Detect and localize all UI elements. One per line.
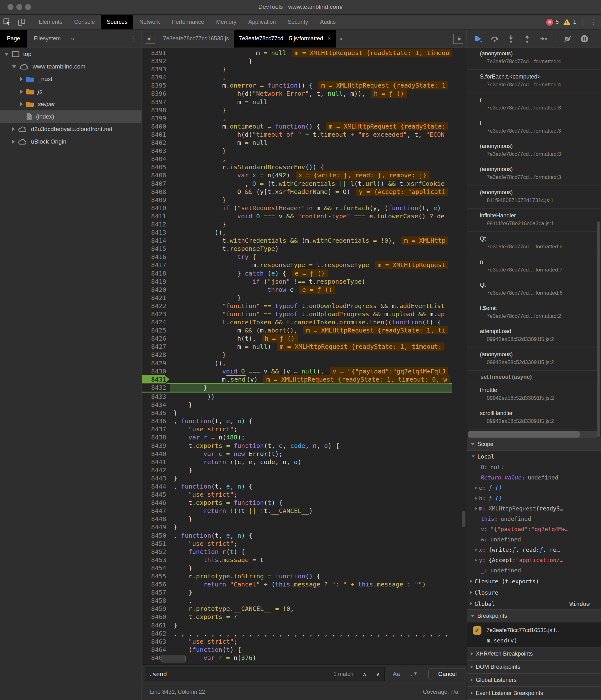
code-line-8448[interactable]: 8448} bbox=[142, 515, 452, 523]
line-number[interactable]: 8407 bbox=[142, 179, 170, 188]
navigator-menu-icon[interactable]: ⋮ bbox=[129, 30, 142, 48]
scope-variable-v[interactable]: v:"{"payload":"gq7elq4M+… bbox=[467, 524, 601, 534]
editor-tab[interactable]: 7e3eafe78cc77cd16535.js bbox=[158, 30, 234, 48]
tab-sources[interactable]: Sources bbox=[101, 15, 133, 29]
match-case-toggle[interactable]: Aa bbox=[393, 671, 400, 677]
call-stack-frame[interactable]: r7e3eafe78cc77cd…formatted:3 bbox=[467, 93, 601, 116]
scope-variable-w[interactable]: w:undefined bbox=[467, 534, 601, 545]
line-number[interactable]: 8416 bbox=[142, 253, 170, 261]
expander-icon[interactable] bbox=[471, 678, 473, 681]
call-stack-frame[interactable]: infiniteHandler991df2e678e216e0a3ca.js:1 bbox=[467, 209, 601, 232]
code-line-8411[interactable]: 8411void 0 === v && "content-type" === e… bbox=[142, 212, 452, 220]
tab-security[interactable]: Security bbox=[282, 15, 314, 29]
breakpoint-entry[interactable]: ✓7e3eafe78cc77cd16535.js:f…m.send(v) bbox=[467, 622, 601, 647]
call-stack-frame[interactable]: attemptLoad09942ea58c52d33091f5.js:2 bbox=[467, 324, 601, 348]
scroll-tabs-left-icon[interactable]: ◀▏ bbox=[145, 34, 155, 44]
scope-variable-m[interactable]: m:XMLHttpRequest {readyS… bbox=[467, 503, 601, 514]
section-xhr-fetch-breakpoints[interactable]: XHR/fetch Breakpoints bbox=[467, 647, 601, 660]
execution-line-badge[interactable]: 8431 bbox=[142, 375, 170, 383]
code-line-8396[interactable]: 8396h(d("Network Error", t, null, m)),h … bbox=[142, 90, 452, 98]
editor-horizontal-scrollbar[interactable] bbox=[161, 655, 186, 662]
line-number[interactable]: 8405 bbox=[142, 163, 170, 171]
code-line-8412[interactable]: 8412} bbox=[142, 220, 452, 228]
call-stack-frame[interactable]: l7e3eafe78cc77cd…formatted:3 bbox=[467, 116, 601, 139]
line-number[interactable]: 8449 bbox=[142, 523, 170, 531]
line-number[interactable]: 8415 bbox=[142, 245, 170, 253]
line-number[interactable]: 8411 bbox=[142, 212, 170, 220]
scope-closure[interactable]: Closure (t.exports) bbox=[467, 576, 601, 587]
code-line-8422[interactable]: 8422"function" == typeof t.onDownloadPro… bbox=[142, 302, 452, 310]
line-number[interactable]: 8436 bbox=[142, 417, 170, 425]
line-number[interactable]: 8443 bbox=[142, 474, 170, 482]
line-number[interactable]: 8460 bbox=[142, 613, 170, 621]
code-line-8447[interactable]: 8447return !(!t || !t.__CANCEL__) bbox=[142, 507, 452, 515]
line-number[interactable]: 8417 bbox=[142, 261, 170, 269]
scope-section-header[interactable]: Scope bbox=[467, 438, 601, 451]
step-over-button[interactable] bbox=[490, 35, 499, 43]
code-line-8462[interactable]: 8462, , , , , , , , , , , , , , , , , , … bbox=[142, 629, 452, 638]
scope-global[interactable]: GlobalWindow bbox=[467, 598, 601, 609]
line-number[interactable]: 8422 bbox=[142, 302, 170, 310]
line-number[interactable]: 8425 bbox=[142, 326, 170, 334]
pause-on-exceptions-button[interactable] bbox=[580, 35, 588, 43]
editor-more-tabs[interactable]: » bbox=[336, 35, 345, 42]
call-stack-frame[interactable]: S.forEach.t.<computed>7e3eafe78cc77cd…fo… bbox=[467, 70, 601, 93]
expander-icon[interactable] bbox=[476, 559, 477, 561]
step-out-button[interactable] bbox=[523, 35, 531, 43]
line-number[interactable]: 8409 bbox=[142, 196, 170, 204]
code-line-8427[interactable]: 8427m = null)m = XMLHttpRequest {readySt… bbox=[142, 343, 452, 351]
line-number[interactable]: 8463 bbox=[142, 638, 170, 646]
code-line-8437[interactable]: 8437"use strict"; bbox=[142, 425, 452, 433]
line-number[interactable]: 8419 bbox=[142, 277, 170, 285]
call-stack-frame[interactable]: Qt7e3eafe78cc77cd…:formatted:6 bbox=[467, 278, 601, 301]
expander-icon[interactable] bbox=[471, 665, 473, 668]
scope-local-header[interactable]: Local bbox=[467, 451, 601, 462]
code-line-8416[interactable]: 8416try { bbox=[142, 253, 452, 261]
line-number[interactable]: 8450 bbox=[142, 531, 170, 540]
line-number[interactable]: 8435 bbox=[142, 409, 170, 417]
section-global-listeners[interactable]: Global Listeners bbox=[467, 673, 601, 686]
search-query[interactable]: .send bbox=[145, 671, 333, 677]
tab-network[interactable]: Network bbox=[133, 15, 166, 29]
line-number[interactable]: 8403 bbox=[142, 147, 170, 155]
code-line-8449[interactable]: 8449} bbox=[142, 523, 452, 531]
tree-item--index-[interactable]: (index) bbox=[0, 110, 142, 123]
code-line-8403[interactable]: 8403} bbox=[142, 147, 452, 155]
code-line-8446[interactable]: 8446t.exports = function(t) { bbox=[142, 499, 452, 507]
line-number[interactable]: 8404 bbox=[142, 155, 170, 163]
code-line-8425[interactable]: 8425m && (m.abort(),m = XMLHttpRequest {… bbox=[142, 326, 452, 334]
sidebar-vertical-scrollbar[interactable] bbox=[597, 221, 600, 437]
code-line-8433[interactable]: 8433)) bbox=[142, 393, 452, 401]
section-dom-breakpoints[interactable]: DOM Breakpoints bbox=[467, 660, 601, 673]
code-line-8445[interactable]: 8445"use strict"; bbox=[142, 491, 452, 499]
tree-item-ublock-origin[interactable]: uBlock Origin bbox=[0, 135, 142, 148]
search-next-button[interactable]: ∨ bbox=[371, 667, 384, 681]
line-number[interactable]: 8394 bbox=[142, 73, 170, 81]
tree-item-swiper[interactable]: swiper bbox=[0, 98, 142, 110]
line-number[interactable]: 8421 bbox=[142, 294, 170, 302]
tab-memory[interactable]: Memory bbox=[210, 15, 242, 29]
line-number[interactable]: 8398 bbox=[142, 106, 170, 114]
line-number[interactable]: 8402 bbox=[142, 139, 170, 147]
expander-icon[interactable] bbox=[12, 65, 16, 68]
code-line-8423[interactable]: 8423"function" == typeof t.onUploadProgr… bbox=[142, 310, 452, 318]
line-number[interactable]: 8426 bbox=[142, 334, 170, 343]
call-stack-frame[interactable]: (anonymous)811f9480871672d1731c.js:1 bbox=[467, 185, 601, 209]
tree-item-top[interactable]: top bbox=[0, 48, 142, 60]
code-line-8430[interactable]: 8430void 0 === v && (v = null),v = "{"pa… bbox=[142, 367, 452, 375]
code-line-8424[interactable]: 8424t.cancelToken && t.cancelToken.promi… bbox=[142, 318, 452, 326]
expander-icon[interactable] bbox=[476, 507, 477, 510]
code-line-8452[interactable]: 8452function r(t) { bbox=[142, 548, 452, 556]
line-number[interactable]: 8459 bbox=[142, 605, 170, 613]
line-number[interactable]: 8464 bbox=[142, 646, 170, 654]
scope-variable-o[interactable]: O:null bbox=[467, 462, 601, 472]
line-number[interactable]: 8418 bbox=[142, 269, 170, 277]
expander-icon[interactable] bbox=[470, 580, 472, 583]
expander-icon[interactable] bbox=[470, 602, 472, 605]
call-stack-frame[interactable]: (anonymous)7e3eafe78cc77cd…formatted:4 bbox=[467, 48, 601, 70]
line-number[interactable]: 8428 bbox=[142, 351, 170, 359]
expander-icon[interactable] bbox=[4, 53, 9, 56]
navigator-tab-filesystem[interactable]: Filesystem bbox=[27, 30, 68, 48]
line-number[interactable]: 8432 bbox=[142, 383, 170, 392]
code-line-8444[interactable]: 8444, function(t, e, n) { bbox=[142, 482, 452, 491]
